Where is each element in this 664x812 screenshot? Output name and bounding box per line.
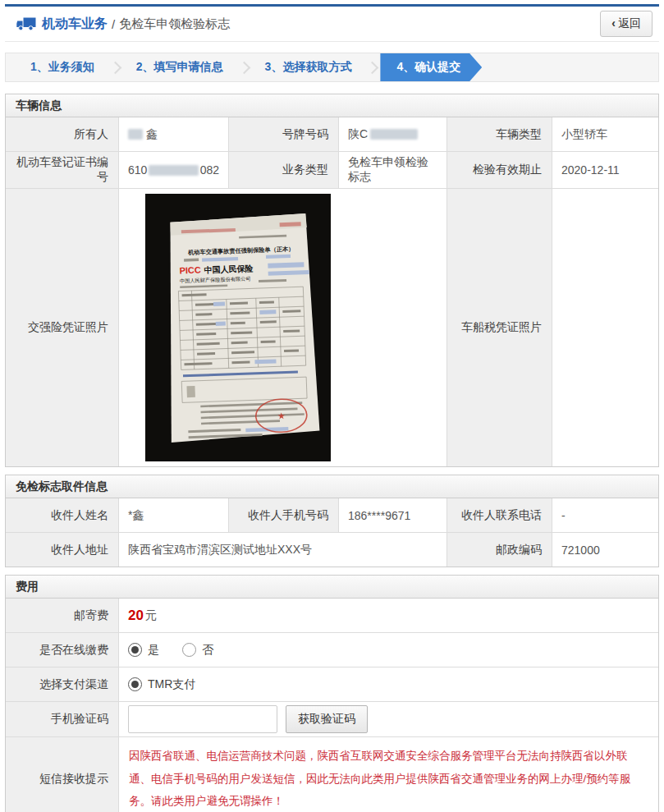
svg-text:中国人民保险: 中国人民保险: [204, 264, 253, 274]
vehicle-info-header: 车辆信息: [6, 94, 658, 117]
table-row: 机动车登记证书编号 610082 业务类型 免检车申领检验标志 检验有效期止 2…: [6, 151, 658, 188]
recipient-address-label: 收件人地址: [6, 533, 118, 567]
pickup-info-header: 免检标志取件信息: [6, 475, 658, 498]
breadcrumb-separator: /: [112, 17, 115, 31]
online-pay-yes-radio[interactable]: [128, 643, 142, 657]
online-pay-no-radio[interactable]: [182, 643, 196, 657]
vehicle-type-label: 车辆类型: [446, 117, 552, 151]
sms-notice-text: 因陕西省联通、电信运营商技术问题，陕西省互联网交通安全综合服务管理平台无法向持陕…: [129, 745, 645, 812]
pay-channel-label: 选择支付渠道: [6, 667, 118, 701]
step-tab-4-active[interactable]: 4、确认提交: [380, 53, 482, 81]
plate-label: 号牌号码: [228, 117, 338, 151]
masked-text: [149, 165, 198, 176]
fee-header: 费用: [6, 576, 658, 599]
recipient-name-label: 收件人姓名: [6, 498, 118, 532]
page-header: 机动车业务 / 免检车申领检验标志 ‹返回: [5, 7, 659, 42]
step-tab-3[interactable]: 3、选择获取方式: [252, 53, 365, 81]
step-bar: 1、业务须知 2、填写申请信息 3、选择获取方式 4、确认提交: [5, 53, 659, 82]
sms-code-input[interactable]: [128, 705, 277, 733]
owner-label: 所有人: [6, 117, 118, 151]
table-row: 所有人 鑫 号牌号码 陕C 车辆类型 小型轿车: [6, 117, 658, 151]
online-pay-no-label: 否: [202, 643, 213, 658]
postage-unit: 元: [145, 608, 157, 623]
regno-label: 机动车登记证书编号: [6, 152, 118, 188]
recipient-name-value: *鑫: [118, 498, 228, 532]
vehicle-type-value: 小型轿车: [552, 117, 658, 151]
chevron-right-icon: [237, 61, 250, 74]
insurance-photo-label: 交强险凭证照片: [6, 189, 118, 466]
pay-channel-tmr-radio[interactable]: [128, 677, 142, 691]
page-title-primary: 机动车业务: [42, 16, 108, 33]
insurance-photo-cell: 机动车交通事故责任强制保险单（正本） PICC 中国人民保险 中国人民财产保险股…: [118, 189, 446, 466]
get-sms-code-button[interactable]: 获取验证码: [286, 705, 368, 733]
postage-label: 邮寄费: [6, 599, 118, 632]
zip-code-value: 721000: [552, 533, 658, 567]
table-row: 收件人地址 陕西省宝鸡市渭滨区测试地址XXX号 邮政编码 721000: [6, 532, 658, 567]
back-button[interactable]: ‹返回: [600, 11, 653, 37]
page: 机动车业务 / 免检车申领检验标志 ‹返回 1、业务须知 2、填写申请信息 3、…: [0, 0, 664, 812]
tax-photo-cell-empty: [552, 189, 658, 466]
recipient-address-value: 陕西省宝鸡市渭滨区测试地址XXX号: [118, 533, 446, 567]
recipient-phone-label: 收件人手机号码: [228, 498, 338, 532]
recipient-tel-label: 收件人联系电话: [446, 498, 552, 532]
table-row: 是否在线缴费 是 否: [6, 632, 658, 667]
sms-notice-label: 短信接收提示: [6, 737, 118, 812]
tax-photo-label: 车船税凭证照片: [446, 189, 552, 466]
masked-text: [128, 129, 143, 140]
page-title-secondary: 免检车申领检验标志: [119, 16, 230, 32]
postage-value: 20 元: [118, 599, 658, 632]
table-row: 收件人姓名 *鑫 收件人手机号码 186****9671 收件人联系电话 -: [6, 498, 658, 532]
vehicle-info-panel: 车辆信息 所有人 鑫 号牌号码 陕C 车辆类型 小型轿车 机动车登记证书编号 6…: [5, 94, 659, 467]
insurance-photo: 机动车交通事故责任强制保险单（正本） PICC 中国人民保险 中国人民财产保险股…: [145, 194, 331, 461]
sms-code-row: 获取验证码: [118, 702, 658, 736]
chevron-right-icon: [366, 61, 379, 74]
step-tab-1[interactable]: 1、业务须知: [17, 53, 108, 81]
page-title: 机动车业务 / 免检车申领检验标志: [16, 16, 230, 33]
masked-text: [370, 129, 418, 140]
fee-panel: 费用 邮寄费 20 元 是否在线缴费 是 否 选择支付渠道 TMR支付: [5, 575, 659, 812]
online-pay-label: 是否在线缴费: [6, 633, 118, 667]
truck-icon: [16, 17, 36, 31]
plate-value: 陕C: [338, 117, 446, 151]
table-row: 手机验证码 获取验证码: [6, 701, 658, 736]
recipient-phone-value: 186****9671: [338, 498, 446, 532]
svg-text:★: ★: [277, 411, 286, 420]
table-row: 短信接收提示 因陕西省联通、电信运营商技术问题，陕西省互联网交通安全综合服务管理…: [6, 736, 658, 812]
sms-notice-cell: 因陕西省联通、电信运营商技术问题，陕西省互联网交通安全综合服务管理平台无法向持陕…: [118, 737, 658, 812]
recipient-tel-value: -: [552, 498, 658, 532]
step-tab-2[interactable]: 2、填写申请信息: [123, 53, 236, 81]
owner-value: 鑫: [118, 117, 228, 151]
sms-code-label: 手机验证码: [6, 702, 118, 736]
pay-channel-options: TMR支付: [118, 667, 658, 701]
back-button-label: 返回: [618, 16, 641, 30]
chevron-right-icon: [109, 61, 122, 74]
svg-text:PICC: PICC: [179, 265, 201, 276]
table-row: 交强险凭证照片 机动车交通事故责任强制保险单（正本）: [6, 188, 658, 466]
pickup-info-panel: 免检标志取件信息 收件人姓名 *鑫 收件人手机号码 186****9671 收件…: [5, 475, 659, 567]
biztype-value: 免检车申领检验标志: [338, 152, 446, 188]
biztype-label: 业务类型: [228, 152, 338, 188]
zip-code-label: 邮政编码: [446, 533, 552, 567]
regno-value: 610082: [118, 152, 228, 188]
table-row: 选择支付渠道 TMR支付: [6, 667, 658, 701]
back-chevron-icon: ‹: [611, 16, 616, 30]
online-pay-options: 是 否: [118, 633, 658, 667]
valid-until-label: 检验有效期止: [446, 152, 552, 188]
table-row: 邮寄费 20 元: [6, 599, 658, 632]
postage-amount: 20: [128, 608, 144, 624]
valid-until-value: 2020-12-11: [552, 152, 658, 188]
pay-channel-tmr-label: TMR支付: [148, 677, 195, 692]
online-pay-yes-label: 是: [148, 643, 159, 658]
